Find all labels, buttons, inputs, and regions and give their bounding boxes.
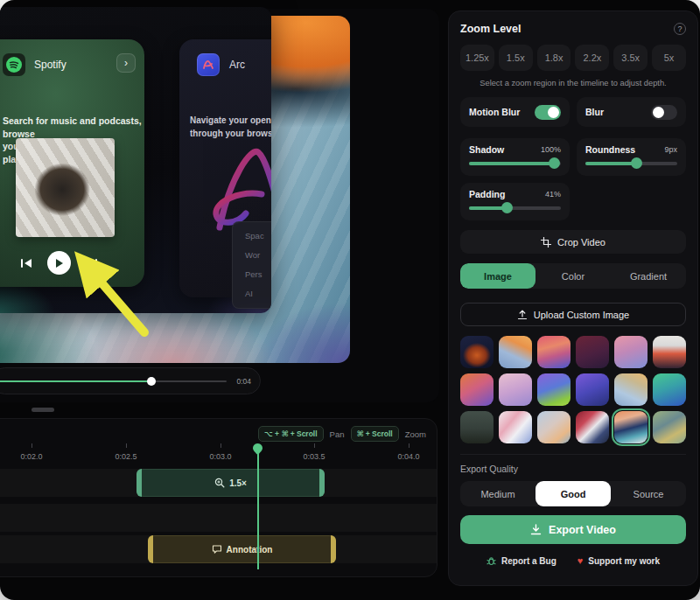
zoom-level-button[interactable]: 1.8x [537,45,571,71]
wallpaper-thumb[interactable] [576,373,609,406]
tab-gradient[interactable]: Gradient [611,263,686,289]
wallpaper-thumb[interactable] [499,336,532,368]
upload-custom-image-button[interactable]: Upload Custom Image [460,303,686,326]
previous-track-icon[interactable] [20,257,33,269]
arc-menu-item: Pers [245,269,271,279]
wallpaper-thumb[interactable] [460,336,494,368]
tab-color[interactable]: Color [536,263,611,289]
wallpaper-thumb[interactable] [499,373,532,406]
spotify-card: Spotify › Search for music and podcasts,… [0,39,144,287]
settings-panel: Zoom Level ? 1.25x 1.5x 1.8x 2.2x 3.5x 5… [448,10,698,586]
zoom-track[interactable]: 1.5× [0,469,438,497]
spotify-card-title: Spotify [34,59,66,71]
annotation-track[interactable]: Annotation [0,535,438,563]
motion-blur-toggle[interactable] [535,105,561,120]
zoom-segment[interactable]: 1.5× [136,469,325,497]
help-icon[interactable]: ? [674,23,686,35]
next-track-icon[interactable] [85,257,98,269]
wallpaper-thumb[interactable] [460,411,494,443]
roundness-slider-card: Roundness 9px [577,138,686,176]
wallpaper-thumb[interactable] [576,411,609,443]
ruler-tick [409,443,410,448]
arc-card-title: Arc [229,59,245,71]
wallpaper-thumb[interactable] [614,373,648,406]
segment-right-handle[interactable] [331,535,336,563]
wallpaper-thumb[interactable] [460,373,494,406]
roundness-slider[interactable] [585,162,677,165]
album-art [16,138,115,237]
arc-icon [197,53,220,76]
arc-menu-item: AI [245,289,271,298]
arc-menu-item: Wor [245,250,271,260]
zoom-level-button[interactable]: 1.25x [460,45,494,71]
blur-toggle[interactable] [651,105,677,120]
scrubber-handle[interactable] [147,377,156,386]
bug-icon [486,556,496,566]
quality-medium[interactable]: Medium [460,481,536,506]
padding-slider-card: Padding 41% [460,183,570,220]
zoom-shortcut-label: Zoom [405,429,426,439]
wallpaper-thumb-selected[interactable] [614,411,648,443]
play-button[interactable] [47,251,71,275]
zoom-level-button[interactable]: 3.5x [613,45,648,71]
report-bug-link[interactable]: Report a Bug [486,556,556,566]
wallpaper-thumb[interactable] [653,336,686,368]
blur-label: Blur [585,107,604,117]
roundness-label: Roundness [585,144,635,155]
shadow-slider[interactable] [469,162,561,165]
zoom-segment-label: 1.5× [229,478,247,488]
arc-card: Arc Navigate your open tab through your … [179,39,271,297]
export-quality-segmented: Medium Good Source [460,481,686,506]
scrubber-track[interactable] [0,380,227,382]
zoom-level-button[interactable]: 5x [652,45,686,71]
ruler-tick [126,443,127,448]
spotify-chevron-button[interactable]: › [116,53,136,73]
export-quality-label: Export Quality [460,464,686,474]
support-link[interactable]: ♥ Support my work [578,555,660,566]
segment-left-handle[interactable] [136,469,142,497]
quality-good[interactable]: Good [536,481,611,506]
annotation-segment[interactable]: Annotation [148,535,336,563]
wallpaper-thumb[interactable] [576,336,609,368]
segment-right-handle[interactable] [319,469,325,497]
download-icon [530,524,542,535]
quality-source[interactable]: Source [611,481,686,506]
ruler-label: 0:02.5 [115,452,136,461]
playback-scrubber[interactable]: 0:04 [0,367,261,394]
ruler-label: 0:04.0 [397,452,419,461]
wallpaper-thumb[interactable] [537,411,570,443]
empty-track[interactable] [0,504,438,532]
shadow-label: Shadow [469,144,504,155]
panel-resize-handle[interactable] [32,408,54,412]
padding-label: Padding [469,189,505,199]
wallpaper-thumb[interactable] [537,373,570,406]
wallpaper-thumb[interactable] [614,336,648,368]
ruler-tick [32,443,32,448]
wallpaper-thumb[interactable] [499,411,532,443]
blur-card: Blur [577,97,686,127]
spotify-icon [3,53,25,76]
shadow-value: 100% [541,145,561,154]
motion-blur-card: Motion Blur [460,97,570,127]
wallpaper-thumb[interactable] [653,411,686,443]
zoom-level-button[interactable]: 2.2x [575,45,609,71]
magnifier-plus-icon [214,478,225,488]
scrubber-time: 0:04 [236,377,251,386]
export-video-button[interactable]: Export Video [460,515,686,544]
wallpaper-thumb[interactable] [653,373,686,406]
ruler-tick [314,443,315,448]
playhead-handle[interactable] [253,443,262,455]
zoom-level-button[interactable]: 1.5x [499,45,533,71]
ruler-label: 0:03.0 [209,452,231,461]
pan-shortcut-badge: ⌥ + ⌘ + Scroll [258,426,324,442]
wallpaper-thumb[interactable] [537,336,570,368]
crop-video-button[interactable]: Crop Video [460,230,686,254]
app-window: Spotify › Search for music and podcasts,… [0,0,700,600]
scrubber-progress [0,380,151,382]
annotation-segment-label: Annotation [227,545,273,555]
segment-left-handle[interactable] [148,535,153,563]
tab-image[interactable]: Image [460,263,536,289]
padding-slider[interactable] [469,206,561,210]
shadow-slider-card: Shadow 100% [460,138,570,176]
panel-title: Zoom Level [460,23,521,35]
